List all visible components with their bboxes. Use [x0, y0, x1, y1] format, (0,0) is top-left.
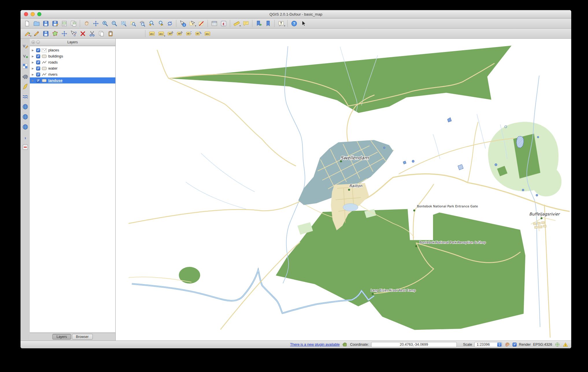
- layer-checkbox[interactable]: ✓: [36, 66, 40, 70]
- layers-panel-header[interactable]: × ◦ Layers: [30, 39, 115, 46]
- field-calculator-button[interactable]: [219, 19, 228, 27]
- measure-line-button[interactable]: ▼: [232, 19, 241, 27]
- composer-manager-button[interactable]: [69, 19, 78, 27]
- refresh-map-button[interactable]: [165, 19, 174, 27]
- new-print-composer-button[interactable]: [60, 19, 69, 27]
- node-tool-button[interactable]: [69, 29, 78, 38]
- messages-button[interactable]: [563, 342, 568, 347]
- expand-arrow-icon[interactable]: ▶: [32, 67, 35, 70]
- layer-row-places[interactable]: ▶ ✓ places: [30, 47, 115, 53]
- minimize-window-button[interactable]: [31, 12, 35, 16]
- add-raster-layer-button[interactable]: [21, 62, 29, 70]
- add-delimited-text-layer-button[interactable]: [21, 133, 29, 141]
- identify-features-button[interactable]: [178, 19, 187, 27]
- expand-arrow-icon[interactable]: ▶: [32, 73, 35, 76]
- layer-checkbox[interactable]: ✓: [36, 72, 40, 77]
- close-window-button[interactable]: [24, 12, 28, 16]
- layer-labeling-options-button[interactable]: [147, 29, 156, 38]
- zoom-last-button[interactable]: [147, 19, 156, 27]
- add-wfs-layer-button[interactable]: [21, 123, 29, 131]
- new-vector-layer-button[interactable]: [21, 42, 29, 50]
- label-toolbar-button[interactable]: ▼: [157, 29, 165, 38]
- map-canvas[interactable]: Swellendam Railton Bontebok National Par…: [116, 39, 571, 341]
- titlebar[interactable]: QGIS 2.0.1-Dufour - basic_map: [21, 10, 571, 18]
- pin-unpin-labels-button[interactable]: [166, 29, 175, 38]
- layer-checkbox[interactable]: ✓: [36, 60, 40, 64]
- layer-row-rivers[interactable]: ▶ ✓ rivers: [30, 71, 115, 77]
- help-contents-button[interactable]: [290, 19, 298, 27]
- open-attribute-table-button[interactable]: [210, 19, 219, 27]
- crs-status-button[interactable]: [554, 342, 560, 347]
- show-bookmarks-button[interactable]: [264, 19, 272, 27]
- add-mssql-layer-button[interactable]: [21, 93, 29, 100]
- layer-label[interactable]: buildings: [48, 54, 63, 58]
- layer-checkbox[interactable]: ✓: [36, 48, 40, 52]
- delete-selected-button[interactable]: [78, 29, 87, 38]
- add-wms-layer-button[interactable]: [21, 103, 29, 110]
- copy-features-button[interactable]: [97, 29, 106, 38]
- highlight-pinned-labels-button[interactable]: [175, 29, 184, 38]
- save-project-button[interactable]: [41, 19, 50, 27]
- layer-row-water[interactable]: ▶ ✓ water: [30, 65, 115, 71]
- layer-checkbox[interactable]: ✓: [36, 54, 40, 58]
- zoom-next-button[interactable]: [156, 19, 165, 27]
- plugin-icon[interactable]: [342, 342, 348, 347]
- scale-stepper-icon[interactable]: ▲▼: [497, 343, 502, 347]
- map-tips-button[interactable]: [241, 19, 250, 27]
- layer-row-roads[interactable]: ▶ ✓ roads: [30, 59, 115, 65]
- layer-tree[interactable]: ▶ ✓ places ▶ ✓ buildings ▶ ✓ roads: [30, 46, 115, 333]
- select-features-button[interactable]: ▼: [188, 19, 196, 27]
- add-spatialite-layer-button[interactable]: [21, 83, 29, 90]
- expand-arrow-icon[interactable]: ▶: [32, 49, 35, 52]
- pan-map-button[interactable]: [82, 19, 91, 27]
- layer-label[interactable]: places: [48, 48, 59, 52]
- current-edits-button[interactable]: ▼: [23, 29, 32, 38]
- render-suspend-icon[interactable]: [504, 342, 510, 347]
- add-vector-layer-button[interactable]: [21, 52, 29, 60]
- zoom-in-button[interactable]: [101, 19, 109, 27]
- save-project-as-button[interactable]: [51, 19, 59, 27]
- cut-features-button[interactable]: [88, 29, 96, 38]
- zoom-window-button[interactable]: [37, 12, 41, 16]
- move-label-button[interactable]: [184, 29, 193, 38]
- layer-label[interactable]: water: [48, 66, 58, 70]
- pan-to-selection-button[interactable]: [91, 19, 100, 27]
- scale-combobox[interactable]: 1:23396▲▼: [474, 342, 502, 347]
- whats-this-button[interactable]: [299, 19, 308, 27]
- text-annotation-button[interactable]: ▼: [277, 19, 285, 27]
- float-panel-button[interactable]: ◦: [36, 40, 40, 44]
- paste-features-button[interactable]: [106, 29, 115, 38]
- layer-label[interactable]: roads: [48, 60, 58, 64]
- expand-arrow-icon[interactable]: ▶: [32, 79, 35, 82]
- layer-row-landuse[interactable]: ▶ ✓ landuse: [30, 77, 115, 83]
- rotate-label-button[interactable]: [194, 29, 202, 38]
- render-checkbox[interactable]: ✓: [513, 343, 517, 347]
- save-layer-edits-button[interactable]: [41, 29, 50, 38]
- tab-layers[interactable]: Layers: [52, 334, 71, 340]
- tab-browser[interactable]: Browser: [72, 334, 93, 340]
- expand-arrow-icon[interactable]: ▶: [32, 61, 35, 64]
- add-feature-button[interactable]: [51, 29, 59, 38]
- coordinate-input[interactable]: 20.4763,-34.0699: [371, 342, 457, 347]
- move-feature-button[interactable]: [60, 29, 69, 38]
- layer-label[interactable]: landuse: [48, 78, 62, 83]
- new-plugin-link[interactable]: There is a new plugin available: [290, 343, 340, 347]
- zoom-full-button[interactable]: [119, 19, 128, 27]
- close-panel-button[interactable]: ×: [32, 40, 35, 44]
- deselect-features-button[interactable]: [197, 19, 206, 27]
- remove-layer-button[interactable]: [21, 143, 29, 151]
- open-project-button[interactable]: [32, 19, 41, 27]
- new-bookmark-button[interactable]: [254, 19, 263, 27]
- add-wcs-layer-button[interactable]: [21, 113, 29, 120]
- zoom-to-layer-button[interactable]: [138, 19, 146, 27]
- change-label-properties-button[interactable]: [203, 29, 212, 38]
- toggle-editing-button[interactable]: [32, 29, 41, 38]
- layer-row-buildings[interactable]: ▶ ✓ buildings: [30, 53, 115, 59]
- layer-label[interactable]: rivers: [48, 72, 58, 77]
- zoom-to-selection-button[interactable]: [128, 19, 137, 27]
- new-project-button[interactable]: [23, 19, 32, 27]
- expand-arrow-icon[interactable]: ▶: [32, 55, 35, 58]
- zoom-out-button[interactable]: [110, 19, 119, 27]
- layer-checkbox[interactable]: ✓: [36, 79, 40, 83]
- add-postgis-layer-button[interactable]: [21, 72, 29, 80]
